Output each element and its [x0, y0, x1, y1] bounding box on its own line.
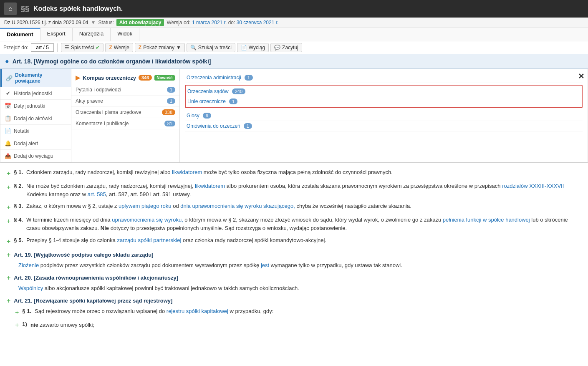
left-sidebar: 🔗 Dokumenty powiązane ✔ Historia jednost… [0, 69, 71, 162]
art21-sub-num: 1) [22, 321, 27, 327]
right-orzeczenia-admin[interactable]: Orzeczenia administracji 1 [185, 73, 583, 83]
briefcase-icon: 📋 [5, 115, 11, 121]
przejdz-label: Przejdź do: [3, 45, 28, 50]
wersje-icon: Z [109, 45, 112, 50]
wersje-button[interactable]: Z Wersje [105, 43, 133, 52]
note-icon: 📄 [5, 128, 11, 134]
glosy-count: 6 [203, 113, 211, 119]
orzeczenia-sadow-count: 240 [232, 88, 245, 94]
sidebar-item-wyciag[interactable]: 📤 Dodaj do wyciągu [0, 150, 71, 162]
orzeczenia-admin-count: 1 [245, 75, 253, 81]
version-to-link[interactable]: 30 czerwca 2021 r. [237, 20, 279, 25]
spis-tresci-button[interactable]: ☰ Spis treści ✔ [61, 43, 103, 52]
article-18-title: Art. 18. [Wymogi ogólne co do członków o… [13, 58, 211, 65]
szukaj-button[interactable]: 🔍 Szukaj w treści [187, 43, 235, 52]
right-orzeczenia-sadow[interactable]: Orzeczenia sądów 240 [186, 86, 582, 96]
plus-icon-4[interactable]: + [7, 216, 10, 226]
tab-eksport[interactable]: Eksport [40, 28, 73, 41]
version-text: Wersja od: 1 marca 2021 r. do: 30 czerwc… [167, 20, 278, 25]
close-button[interactable]: ✕ [578, 72, 584, 81]
tab-widok[interactable]: Widok [111, 28, 139, 41]
zacytuj-button[interactable]: 💬 Zacytuj [270, 43, 302, 52]
article-20-title: Art. 20. [Zasada równouprawnienia wspóln… [14, 275, 178, 281]
sidebar-item-dokumenty[interactable]: 🔗 Dokumenty powiązane [0, 69, 71, 87]
plus-icon-art21-p1[interactable]: + [15, 308, 19, 318]
art-input[interactable] [31, 43, 54, 52]
para-num-2: § 2. [14, 182, 23, 190]
sidebar-item-label: Dodaj do aktówki [14, 116, 52, 121]
orzeczenia-admin-label: Orzeczenia administracji [187, 75, 241, 81]
plus-icon-5[interactable]: + [7, 237, 10, 247]
sidebar-item-daty[interactable]: 📅 Daty jednostki [0, 100, 71, 112]
kompas-komentarze[interactable]: Komentarze i publikacje 81 [71, 118, 179, 129]
linie-orzecznicze-count: 1 [229, 98, 237, 104]
article-19-text: Złożenie podpisów przez wszystkich człon… [7, 261, 581, 270]
article-21-row: + Art. 21. [Rozwiązanie spółki kapitałow… [7, 297, 581, 305]
article-18-toggle[interactable]: ● [5, 58, 9, 65]
orzeczenia-sadow-label: Orzeczenia sądów [187, 88, 229, 94]
right-linie-orzecznicze[interactable]: Linie orzecznicze 1 [186, 96, 582, 106]
linie-orzecznicze-label: Linie orzecznicze [187, 98, 226, 104]
calendar-icon: ▼ [91, 20, 96, 25]
status-badge: Akt obowiązujący [116, 19, 164, 26]
paragraph-1: + § 1. Członkiem zarządu, rady nadzorcze… [7, 168, 581, 179]
sidebar-item-notatki[interactable]: 📄 Notatki [0, 125, 71, 137]
list-icon: ☰ [65, 45, 69, 50]
right-glosy[interactable]: Glosy 6 [185, 111, 583, 121]
sidebar-item-label: Dodaj alert [14, 141, 38, 146]
omowienia-count: 1 [244, 123, 252, 129]
article-20-text: Wspólnicy albo akcjonariusze spółki kapi… [7, 284, 581, 293]
kompas-orzeczenia[interactable]: Orzeczenia i pisma urzędowe 338 [71, 107, 179, 118]
kompas-pytania[interactable]: Pytania i odpowiedzi 1 [71, 84, 179, 96]
panel-container: 🔗 Dokumenty powiązane ✔ Historia jednost… [0, 69, 588, 163]
article-19-title: Art. 19. [Wyjątkowość podpisu całego skł… [14, 252, 153, 258]
sidebar-item-aktowki[interactable]: 📋 Dodaj do aktówki [0, 112, 71, 125]
pokaz-zmiany-button[interactable]: Z Pokaż zmiany ▼ [135, 43, 185, 52]
plus-icon-1[interactable]: + [7, 169, 10, 179]
article-21-p1: + § 1. Sąd rejestrowy może orzec o rozwi… [15, 307, 581, 318]
status-label: Status: [98, 20, 114, 25]
plus-icon-art20[interactable]: + [7, 274, 10, 282]
orzeczenia-label: Orzeczenia i pisma urzędowe [76, 109, 141, 115]
subtitle-bar: Dz.U.2020.1526 t.j. z dnia 2020.09.04 ▼ … [0, 18, 588, 28]
sidebar-item-label: Dokumenty powiązane [15, 72, 67, 84]
wyciag-icon: 📄 [241, 45, 247, 50]
sidebar-item-label: Daty jednostki [14, 103, 45, 109]
tab-narzedzia[interactable]: Narzędzia [73, 28, 111, 41]
art21-para-num: § 1. [22, 307, 31, 316]
plus-icon-art19[interactable]: + [7, 251, 10, 259]
tab-dokument[interactable]: Dokument [0, 28, 40, 41]
para-num-3: § 3. [14, 202, 23, 210]
kompas-akty[interactable]: Akty prawne 1 [71, 96, 179, 107]
home-button[interactable]: ⌂ [4, 3, 17, 15]
kompas-new-badge: Nowość [154, 75, 174, 81]
komentarze-label: Komentarze i publikacje [76, 121, 129, 126]
right-omowienia[interactable]: Omówienia do orzeczeń 1 [185, 121, 583, 131]
komentarze-count: 81 [164, 121, 175, 126]
para-text-1: Członkiem zarządu, rady nadzorczej, komi… [26, 168, 393, 177]
bell-icon: 🔔 [5, 140, 11, 146]
akty-label: Akty prawne [76, 98, 103, 104]
sidebar-item-historia[interactable]: ✔ Historia jednostki [0, 87, 71, 100]
plus-icon-3[interactable]: + [7, 202, 10, 212]
wyciag-button[interactable]: 📄 Wyciąg [237, 43, 269, 52]
calendar-icon: 📅 [5, 103, 11, 109]
doc-content: + § 1. Członkiem zarządu, rady nadzorcze… [0, 163, 588, 337]
article-20-row: + Art. 20. [Zasada równouprawnienia wspó… [7, 274, 581, 282]
tab-bar: Dokument Eksport Narzędzia Widok [0, 28, 588, 41]
arrow-annotation [586, 90, 588, 103]
plus-icon-art21-sub1[interactable]: + [15, 321, 19, 329]
pokaz-icon: Z [139, 45, 141, 50]
paragraph-3: + § 3. Zakaz, o którym mowa w § 2, ustaj… [7, 202, 581, 212]
article-21-title: Art. 21. [Rozwiązanie spółki kapitałowej… [14, 298, 172, 304]
version-from-link[interactable]: 1 marca 2021 r. [192, 20, 227, 25]
plus-icon-art21[interactable]: + [7, 297, 10, 305]
sidebar-item-alert[interactable]: 🔔 Dodaj alert [0, 137, 71, 150]
pytania-label: Pytania i odpowiedzi [76, 87, 121, 93]
toolbar-sep-1 [57, 43, 58, 52]
plus-icon-2[interactable]: + [7, 182, 10, 192]
dz-reference: Dz.U.2020.1526 t.j. z dnia 2020.09.04 [4, 20, 88, 25]
article-21-sub1: + 1) nie zawarto umowy spółki; [7, 321, 581, 329]
pytania-count: 1 [167, 87, 175, 93]
article-19-row: + Art. 19. [Wyjątkowość podpisu całego s… [7, 251, 581, 259]
